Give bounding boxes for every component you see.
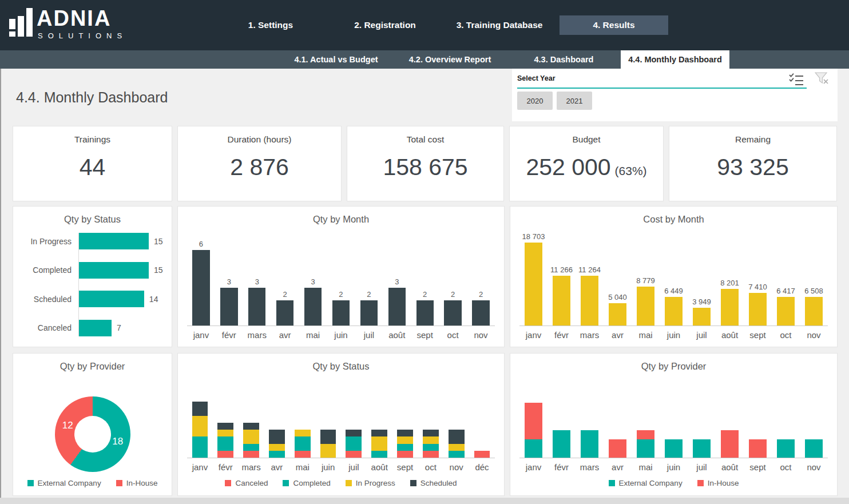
- bar-column: [744, 439, 772, 458]
- bar-segment: [295, 436, 311, 451]
- nav-item-results[interactable]: 4. Results: [560, 15, 668, 35]
- value-label: 2: [451, 290, 455, 299]
- bar-segment: [217, 451, 233, 458]
- category-label: Scheduled: [21, 295, 79, 304]
- category-label: nov: [800, 330, 828, 340]
- charts-row-1: Qty by Status In Progress15Completed15Sc…: [13, 206, 838, 347]
- bar: [637, 287, 654, 326]
- bar-segment: [581, 430, 598, 458]
- bar-segment: [320, 430, 336, 444]
- legend-swatch: [410, 480, 416, 486]
- bar-column: 2: [411, 290, 439, 326]
- subnav-item-dashboard[interactable]: 4.3. Dashboard: [507, 50, 621, 69]
- cost-by-month-bar-chart: 18 70311 26611 2645 0408 7796 4493 9498 …: [519, 232, 828, 340]
- bar-segment: [192, 416, 208, 437]
- category-label: juin: [327, 330, 355, 340]
- category-label: oct: [772, 462, 800, 472]
- slice-value-label: 12: [62, 420, 73, 431]
- bar-segment: [243, 430, 259, 444]
- legend-label: In Progress: [356, 479, 395, 487]
- category-label: juin: [660, 330, 688, 340]
- bar-segment: [243, 423, 259, 430]
- legend-swatch: [225, 480, 231, 486]
- nav-item-settings[interactable]: 1. Settings: [213, 15, 328, 35]
- category-label: mai: [632, 330, 660, 340]
- bar-segment: [423, 451, 439, 458]
- category-label: oct: [418, 462, 443, 472]
- bar-column: 3: [299, 277, 327, 326]
- bar-column: [469, 451, 495, 458]
- value-label: 7: [117, 323, 121, 332]
- donut-ring: 1812: [55, 396, 130, 472]
- bar: [749, 293, 766, 326]
- bar-column: [239, 423, 264, 458]
- legend-swatch: [697, 480, 704, 486]
- category-label: févr: [215, 330, 243, 340]
- bar-row: In Progress15: [21, 233, 166, 249]
- bar-segment: [371, 430, 387, 436]
- bar-column: 7 410: [744, 283, 772, 326]
- bar: [721, 289, 738, 326]
- kpi-value: 158 675: [347, 154, 503, 181]
- kpi-card-remaining: Remaing 93 325: [669, 126, 837, 201]
- bar: [416, 300, 434, 326]
- value-label: 2: [339, 290, 343, 299]
- bar-column: 6 508: [800, 287, 828, 326]
- category-label: juin: [660, 462, 688, 472]
- charts-row-2: Qty by Provider 1812External CompanyIn-H…: [13, 353, 838, 496]
- category-label: Completed: [21, 265, 79, 275]
- bar-column: [264, 430, 289, 458]
- legend-label: Completed: [293, 479, 330, 487]
- bar-column: [443, 430, 469, 458]
- clear-filter-icon[interactable]: [815, 72, 830, 88]
- category-label: sept: [744, 462, 772, 472]
- slicer-title: Select Year: [517, 74, 556, 82]
- bar-column: 2: [355, 290, 383, 326]
- kpi-label: Total cost: [347, 134, 503, 145]
- bar-segment: [217, 430, 233, 436]
- category-label: nov: [443, 462, 469, 472]
- category-label: oct: [772, 330, 800, 340]
- year-button-2021[interactable]: 2021: [557, 92, 592, 110]
- bar: [79, 291, 144, 307]
- kpi-card-trainings: Trainings 44: [13, 126, 172, 201]
- multi-select-icon[interactable]: [788, 72, 804, 88]
- subnav-item-overview-report[interactable]: 4.2. Overview Report: [393, 50, 507, 69]
- bar-segment: [423, 444, 439, 451]
- bar-segment: [553, 430, 570, 458]
- year-button-2020[interactable]: 2020: [517, 92, 553, 110]
- bar-column: [289, 430, 315, 458]
- legend-swatch: [116, 480, 122, 486]
- category-axis: janvfévrmarsavrmaijuinjuilaoûtseptoctnov…: [187, 462, 495, 472]
- category-label: juil: [688, 330, 716, 340]
- bar-column: 3: [215, 277, 243, 326]
- category-label: In Progress: [21, 237, 79, 246]
- value-label: 2: [479, 290, 483, 299]
- category-label: sept: [392, 462, 418, 472]
- category-label: juin: [315, 462, 341, 472]
- value-label: 3: [311, 277, 315, 286]
- bar-segment: [777, 439, 794, 458]
- nav-item-training-database[interactable]: 3. Training Database: [442, 15, 557, 35]
- subnav-item-actual-vs-budget[interactable]: 4.1. Actual vs Budget: [279, 50, 393, 69]
- bar-segment: [269, 444, 285, 451]
- bar-segment: [217, 436, 233, 451]
- value-label: 15: [154, 265, 163, 275]
- year-slicer-panel: Select Year 2020 2021: [512, 69, 838, 121]
- bar-segment: [295, 430, 311, 436]
- legend-item: In-House: [697, 479, 739, 487]
- nav-item-registration[interactable]: 2. Registration: [328, 15, 442, 35]
- bar-segment: [192, 436, 208, 458]
- value-label: 15: [154, 237, 163, 246]
- category-label: avr: [271, 330, 299, 340]
- subnav-item-monthly-dashboard[interactable]: 4.4. Monthly Dashboard: [621, 50, 729, 69]
- category-label: avr: [264, 462, 289, 472]
- bar: [192, 250, 209, 326]
- category-label: févr: [548, 462, 576, 472]
- bar-column: 2: [467, 290, 495, 326]
- brand-subtitle: SOLUTIONS: [38, 31, 127, 40]
- donut-hole: [74, 416, 111, 453]
- slice-value-label: 18: [112, 436, 123, 447]
- category-axis: janvfévrmarsavrmaijuinjuilaoûtseptoctnov: [519, 330, 828, 340]
- category-label: sept: [411, 330, 439, 340]
